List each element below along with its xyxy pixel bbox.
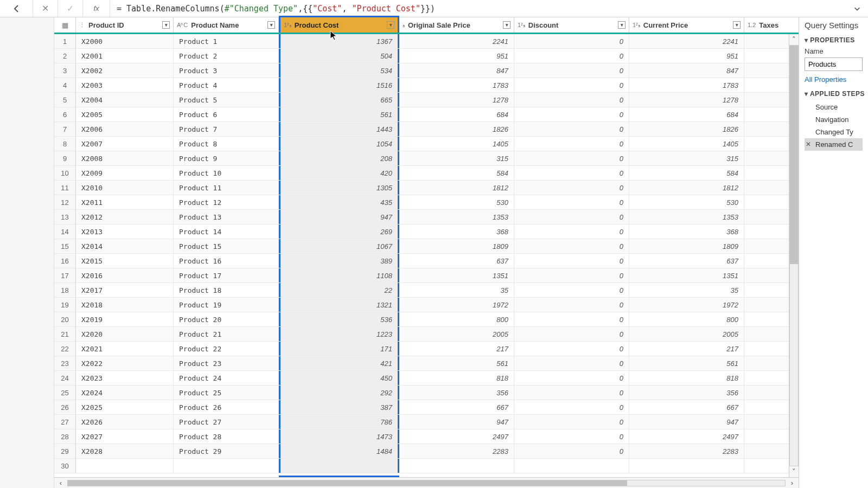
- cell-current-price[interactable]: 800: [629, 312, 744, 326]
- cell-taxes[interactable]: [744, 356, 790, 370]
- cell-product-cost[interactable]: 389: [279, 254, 399, 268]
- cell-product-name[interactable]: Product 28: [174, 429, 279, 444]
- cell-product-cost[interactable]: 786: [279, 415, 399, 429]
- cell-product-cost[interactable]: 387: [279, 400, 399, 414]
- cell-product-id[interactable]: X2010: [76, 181, 174, 195]
- cell-product-name[interactable]: Product 14: [174, 224, 279, 239]
- table-row[interactable]: 8X2007Product 81054140501405: [54, 137, 799, 151]
- cell-discount[interactable]: 0: [514, 283, 629, 297]
- cell-product-id[interactable]: X2009: [76, 166, 174, 180]
- cell-current-price[interactable]: 2241: [629, 34, 744, 48]
- cell-product-id[interactable]: X2016: [76, 268, 174, 282]
- cell-current-price[interactable]: 1972: [629, 298, 744, 312]
- cell-current-price[interactable]: 1351: [629, 268, 744, 282]
- row-number[interactable]: 5: [54, 93, 76, 107]
- cell-product-name[interactable]: Product 7: [174, 122, 279, 136]
- table-row[interactable]: 30: [54, 459, 799, 473]
- cell-product-id[interactable]: X2021: [76, 342, 174, 356]
- vertical-scrollbar[interactable]: ˄ ˅: [789, 34, 799, 477]
- cell-original-sale-price[interactable]: 1278: [399, 93, 514, 107]
- table-row[interactable]: 21X2020Product 211223200502005: [54, 327, 799, 342]
- hscroll-track[interactable]: [67, 480, 786, 486]
- cell-product-cost[interactable]: 208: [279, 151, 399, 165]
- cell-product-cost[interactable]: 1305: [279, 181, 399, 195]
- cell-current-price[interactable]: 368: [629, 224, 744, 239]
- cell-current-price[interactable]: 315: [629, 151, 744, 165]
- cell-original-sale-price[interactable]: 530: [399, 195, 514, 209]
- cell-product-cost[interactable]: 1367: [279, 34, 399, 48]
- row-number[interactable]: 16: [54, 254, 76, 268]
- cell-product-cost[interactable]: 504: [279, 49, 399, 63]
- cell-product-name[interactable]: Product 26: [174, 400, 279, 414]
- cell-original-sale-price[interactable]: 800: [399, 312, 514, 326]
- cell-current-price[interactable]: 947: [629, 415, 744, 429]
- cell-product-id[interactable]: X2015: [76, 254, 174, 268]
- cell-taxes[interactable]: [744, 166, 790, 180]
- cell-current-price[interactable]: 951: [629, 49, 744, 63]
- cell-original-sale-price[interactable]: 818: [399, 371, 514, 385]
- cell-taxes[interactable]: [744, 181, 790, 195]
- cell-product-name[interactable]: Product 10: [174, 166, 279, 180]
- table-row[interactable]: 11X2010Product 111305181201812: [54, 181, 799, 195]
- cell-discount[interactable]: 0: [514, 327, 629, 341]
- cell-product-name[interactable]: Product 3: [174, 63, 279, 78]
- cell-discount[interactable]: 0: [514, 63, 629, 78]
- cell-product-cost[interactable]: 171: [279, 342, 399, 356]
- cell-original-sale-price[interactable]: 368: [399, 224, 514, 239]
- table-row[interactable]: 9X2008Product 92083150315: [54, 151, 799, 166]
- row-number[interactable]: 19: [54, 298, 76, 312]
- cell-product-cost[interactable]: 269: [279, 224, 399, 239]
- cell-product-name[interactable]: Product 17: [174, 268, 279, 282]
- cell-product-name[interactable]: Product 13: [174, 210, 279, 224]
- cell-current-price[interactable]: 1353: [629, 210, 744, 224]
- cell-current-price[interactable]: 847: [629, 63, 744, 78]
- cell-product-id[interactable]: X2025: [76, 400, 174, 414]
- table-row[interactable]: 5X2004Product 5665127801278: [54, 93, 799, 107]
- table-row[interactable]: 2X2001Product 25049510951: [54, 49, 799, 63]
- table-row[interactable]: 16X2015Product 163896370637: [54, 254, 799, 268]
- cell-discount[interactable]: 0: [514, 429, 629, 444]
- cell-product-id[interactable]: [76, 459, 174, 473]
- cell-product-name[interactable]: Product 15: [174, 239, 279, 253]
- cell-taxes[interactable]: [744, 400, 790, 414]
- cell-taxes[interactable]: [744, 93, 790, 107]
- cell-original-sale-price[interactable]: 947: [399, 415, 514, 429]
- cell-product-name[interactable]: Product 8: [174, 137, 279, 151]
- cell-product-id[interactable]: X2012: [76, 210, 174, 224]
- cell-discount[interactable]: 0: [514, 34, 629, 48]
- cell-original-sale-price[interactable]: 1351: [399, 268, 514, 282]
- table-row[interactable]: 15X2014Product 151067180901809: [54, 239, 799, 254]
- cell-product-id[interactable]: X2003: [76, 78, 174, 92]
- table-row[interactable]: 6X2005Product 65616840684: [54, 107, 799, 122]
- row-number[interactable]: 20: [54, 312, 76, 326]
- row-number[interactable]: 12: [54, 195, 76, 209]
- column-filter-dropdown[interactable]: ▾: [267, 21, 275, 29]
- row-number[interactable]: 17: [54, 268, 76, 282]
- cell-taxes[interactable]: [744, 283, 790, 297]
- cell-product-id[interactable]: X2013: [76, 224, 174, 239]
- cell-discount[interactable]: 0: [514, 78, 629, 92]
- scroll-left-button[interactable]: ‹: [54, 479, 67, 487]
- cell-discount[interactable]: 0: [514, 122, 629, 136]
- cell-original-sale-price[interactable]: 2005: [399, 327, 514, 341]
- cell-current-price[interactable]: 1405: [629, 137, 744, 151]
- table-row[interactable]: 27X2026Product 277869470947: [54, 415, 799, 429]
- cell-original-sale-price[interactable]: 1353: [399, 210, 514, 224]
- row-number[interactable]: 22: [54, 342, 76, 356]
- select-all-corner[interactable]: ▦: [54, 17, 76, 33]
- cell-taxes[interactable]: [744, 268, 790, 282]
- cell-discount[interactable]: 0: [514, 137, 629, 151]
- table-row[interactable]: 12X2011Product 124355300530: [54, 195, 799, 210]
- cell-product-cost[interactable]: 1223: [279, 327, 399, 341]
- cell-discount[interactable]: 0: [514, 210, 629, 224]
- scroll-right-button[interactable]: ›: [786, 479, 799, 487]
- cell-current-price[interactable]: 2497: [629, 429, 744, 444]
- row-number[interactable]: 18: [54, 283, 76, 297]
- cell-original-sale-price[interactable]: 561: [399, 356, 514, 370]
- cell-discount[interactable]: [514, 459, 629, 473]
- cell-product-cost[interactable]: 1054: [279, 137, 399, 151]
- cell-original-sale-price[interactable]: 684: [399, 107, 514, 121]
- cell-product-cost[interactable]: 292: [279, 386, 399, 400]
- cell-taxes[interactable]: [744, 444, 790, 458]
- cell-product-id[interactable]: X2024: [76, 386, 174, 400]
